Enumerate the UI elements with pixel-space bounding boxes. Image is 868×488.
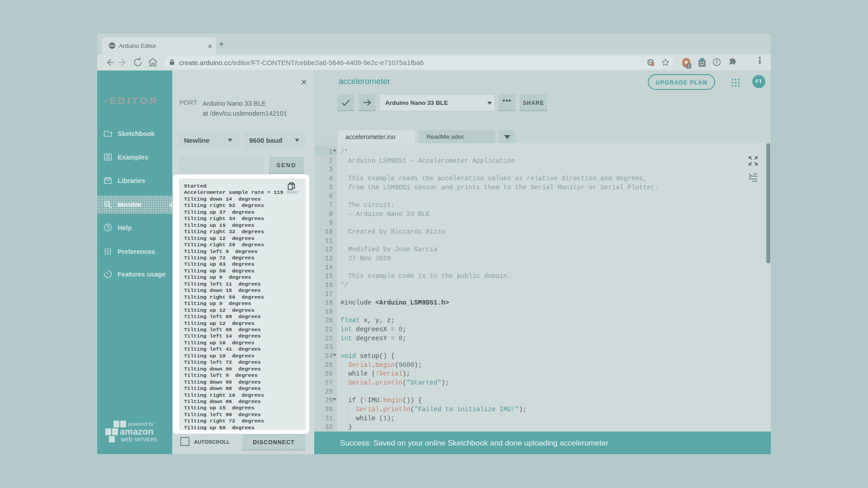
- svg-text:amazon: amazon: [120, 427, 153, 436]
- svg-text:powered by: powered by: [128, 421, 154, 427]
- svg-text:1: 1: [688, 64, 690, 68]
- svg-text:web services: web services: [120, 436, 157, 443]
